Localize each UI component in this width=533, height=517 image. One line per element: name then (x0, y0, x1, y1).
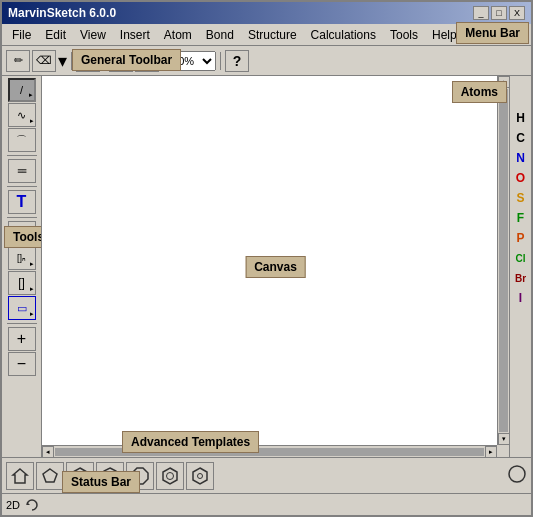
atom-P[interactable]: P (511, 228, 531, 248)
plus-icon: + (17, 330, 26, 348)
atom-Br[interactable]: Br (511, 268, 531, 288)
template-octagon[interactable] (126, 462, 154, 490)
template-bar: Advanced Templates (2, 457, 531, 493)
tool-remove-atom[interactable]: − (8, 352, 36, 376)
svg-marker-0 (13, 469, 27, 483)
select-icon: / (20, 84, 23, 96)
scroll-track-v: ▴ ▾ (498, 76, 509, 445)
pentagon-icon (41, 467, 59, 485)
tool-lasso[interactable]: ∿ ▸ (8, 103, 36, 127)
menu-atom[interactable]: Atom (158, 26, 198, 44)
menu-file[interactable]: File (6, 26, 37, 44)
svg-marker-5 (163, 468, 177, 484)
close-button[interactable]: X (509, 6, 525, 20)
toolbar-zoom-out[interactable]: ⊖ (135, 50, 159, 72)
toolbar-pencil[interactable]: ✏ (6, 50, 30, 72)
atom-N[interactable]: N (511, 148, 531, 168)
hexagon-icon (71, 467, 89, 485)
select-arrow: ▸ (29, 91, 33, 99)
bracket-icon: [] (18, 276, 25, 290)
menu-structure[interactable]: Structure (242, 26, 303, 44)
menu-tools[interactable]: Tools (384, 26, 424, 44)
tool-sep1 (7, 155, 37, 156)
lasso-icon: ∿ (17, 109, 26, 122)
tool-bracket[interactable]: [] ▸ (8, 271, 36, 295)
menu-view[interactable]: View (74, 26, 112, 44)
menu-bar-annotation: Menu Bar (456, 22, 529, 44)
toolbar-eraser2[interactable]: ⌫ (32, 50, 56, 72)
circle-hex-icon (191, 467, 209, 485)
circle-icon (507, 464, 527, 484)
tool-arc[interactable]: ⌒ (8, 128, 36, 152)
tool-arrow[interactable]: → ▸ (8, 221, 36, 245)
toolbar-help[interactable]: ? (225, 50, 249, 72)
chain-icon: ≡≡ (17, 166, 26, 176)
menu-bond[interactable]: Bond (200, 26, 240, 44)
house-icon (11, 467, 29, 485)
canvas-area[interactable]: Canvas ◂ ▸ ▴ ▾ (42, 76, 509, 457)
scroll-down-button[interactable]: ▾ (498, 433, 509, 445)
arrow-icon: → (16, 227, 27, 239)
scroll-left-button[interactable]: ◂ (42, 446, 54, 458)
template-pentagon[interactable] (36, 462, 64, 490)
scroll-up-button[interactable]: ▴ (498, 76, 509, 88)
tool-add-atom[interactable]: + (8, 327, 36, 351)
svg-marker-4 (132, 468, 148, 484)
minimize-button[interactable]: _ (473, 6, 489, 20)
tools-panel: Tools / ▸ ∿ ▸ ⌒ ≡≡ T → ▸ (2, 76, 42, 457)
tool-select[interactable]: / ▸ (8, 78, 36, 102)
scrollbar-horizontal[interactable]: ◂ ▸ (42, 445, 497, 457)
window-title: MarvinSketch 6.0.0 (8, 6, 116, 20)
toolbar-draw-drop[interactable]: ▾ (58, 50, 67, 72)
template-hexagon[interactable] (66, 462, 94, 490)
atom-S[interactable]: S (511, 188, 531, 208)
toolbar-eraser3[interactable]: 🗑 (76, 50, 100, 72)
window-controls: _ □ X (473, 6, 525, 20)
menu-insert[interactable]: Insert (114, 26, 156, 44)
svg-marker-2 (73, 468, 87, 484)
atom-C[interactable]: C (511, 128, 531, 148)
atom-H[interactable]: H (511, 108, 531, 128)
menu-calculations[interactable]: Calculations (305, 26, 382, 44)
toolbar-sep1 (71, 52, 72, 70)
status-refresh-icon[interactable] (24, 497, 40, 513)
tool-bracket-n[interactable]: []ₙ ▸ (8, 246, 36, 270)
template-heptagon[interactable] (96, 462, 124, 490)
template-extra[interactable] (507, 464, 527, 487)
tool-sep4 (7, 323, 37, 324)
scroll-thumb-h[interactable] (55, 448, 484, 456)
toolbar-zoom-in[interactable]: ⊕ (109, 50, 133, 72)
template-circle-hex[interactable] (186, 462, 214, 490)
tool-chain[interactable]: ≡≡ (8, 159, 36, 183)
main-window: MarvinSketch 6.0.0 _ □ X File Edit View … (0, 0, 533, 517)
toolbar-sep2 (104, 52, 105, 70)
scrollbar-vertical[interactable]: ▴ ▾ (497, 76, 509, 445)
status-bar: 2D Status Bar (2, 493, 531, 515)
menu-edit[interactable]: Edit (39, 26, 72, 44)
atom-Cl[interactable]: Cl (511, 248, 531, 268)
zoom-select[interactable]: 100% 50% 75% 125% 150% 200% (161, 51, 216, 71)
tool-sep3 (7, 217, 37, 218)
bracket-drop: ▸ (30, 260, 34, 268)
tool-rectangle[interactable]: ▭ ▸ (8, 296, 36, 320)
heptagon-icon (101, 467, 119, 485)
minus-icon: − (17, 355, 26, 373)
status-2d: 2D (6, 499, 20, 511)
scroll-corner (497, 445, 509, 457)
maximize-button[interactable]: □ (491, 6, 507, 20)
atom-I[interactable]: I (511, 288, 531, 308)
atom-F[interactable]: F (511, 208, 531, 228)
bracket-n-icon: []ₙ (17, 253, 26, 263)
scroll-right-button[interactable]: ▸ (485, 446, 497, 458)
template-benzene[interactable] (156, 462, 184, 490)
tool-text[interactable]: T (8, 190, 36, 214)
general-toolbar: ✏ ⌫ ▾ 🗑 ⊕ ⊖ 100% 50% 75% 125% 150% 200% … (2, 46, 531, 76)
scroll-thumb-v[interactable] (499, 89, 508, 432)
atom-O[interactable]: O (511, 168, 531, 188)
refresh-icon (25, 498, 39, 512)
rect-drop: ▸ (30, 310, 34, 318)
svg-point-8 (198, 473, 203, 478)
atoms-panel: Atoms H C N O S F P Cl Br I (509, 76, 531, 457)
template-house[interactable] (6, 462, 34, 490)
menu-help[interactable]: Help (426, 26, 463, 44)
